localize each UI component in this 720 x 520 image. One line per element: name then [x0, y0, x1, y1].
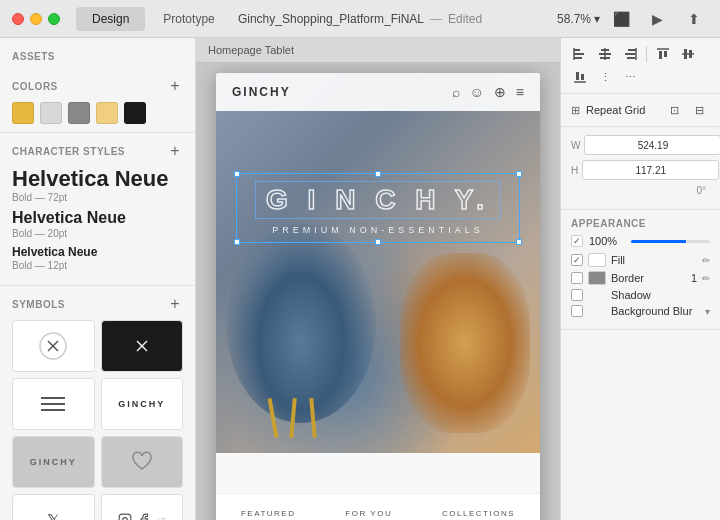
repeat-grid-icon: ⊞ — [571, 104, 580, 117]
add-char-style-button[interactable]: + — [167, 143, 183, 159]
appearance-header: APPEARANCE — [571, 218, 710, 229]
char-style-72pt[interactable]: Helvetica Neue Bold — 72pt — [12, 167, 183, 203]
align-left-button[interactable] — [569, 44, 591, 64]
tab-group: Design Prototype — [76, 7, 231, 31]
add-color-button[interactable]: + — [167, 78, 183, 94]
fill-color-preview[interactable] — [588, 253, 606, 267]
bg-blur-row: Background Blur ▾ — [571, 305, 710, 317]
shadow-label: Shadow — [611, 289, 710, 301]
zoom-level[interactable]: 58.7% ▾ — [557, 12, 600, 26]
symbol-close-circle[interactable] — [12, 320, 95, 372]
assets-header: ASSETS — [0, 38, 195, 68]
char-style-20pt[interactable]: Helvetica Neue Bold — 20pt — [12, 209, 183, 239]
symbol-ginchy-logo[interactable]: GINCHY — [101, 378, 184, 430]
border-checkbox[interactable] — [571, 272, 583, 284]
tablet-nav: GINCHY ⌕ ☺ ⊕ ≡ — [216, 73, 540, 111]
rotate-label: 0° — [696, 185, 706, 196]
symbol-twitter[interactable]: 𝕏 — [12, 494, 95, 520]
color-black[interactable] — [124, 102, 146, 124]
char-styles-title: Character Styles — [12, 146, 125, 157]
border-row: Border 1 ✏ — [571, 271, 710, 285]
menu-nav-icon: ≡ — [516, 84, 524, 100]
bottom-nav-collections[interactable]: COLLECTIONS — [442, 509, 515, 518]
user-nav-icon: ☺ — [470, 84, 484, 100]
align-right-button[interactable] — [619, 44, 641, 64]
assets-label: ASSETS — [12, 51, 55, 62]
desktop-preview-icon[interactable]: ⬛ — [608, 8, 636, 30]
repeat-grid-row: ⊞ Repeat Grid ⊡ ⊟ — [561, 94, 720, 127]
tab-design[interactable]: Design — [76, 7, 145, 31]
bg-blur-label: Background Blur — [611, 305, 700, 317]
canvas-content[interactable]: GINCHY ⌕ ☺ ⊕ ≡ — [196, 63, 560, 520]
alignment-toolbar: ⋮ ⋯ — [561, 38, 720, 94]
tab-prototype[interactable]: Prototype — [147, 7, 230, 31]
symbol-hamburger[interactable] — [12, 378, 95, 430]
symbol-close-dark[interactable] — [101, 320, 184, 372]
width-label: W — [571, 140, 580, 151]
svg-rect-19 — [625, 53, 635, 55]
svg-rect-23 — [664, 51, 667, 57]
width-input[interactable] — [584, 135, 720, 155]
border-color-preview[interactable] — [588, 271, 606, 285]
title-bar: Design Prototype Ginchy_Shopping_Platfor… — [0, 0, 720, 38]
align-center-h-button[interactable] — [594, 44, 616, 64]
shadow-checkbox[interactable] — [571, 289, 583, 301]
rotate-row: 0° — [571, 185, 710, 196]
symbol-social-icons[interactable]: +3 — [101, 494, 184, 520]
fill-row: ✓ Fill ✏ — [571, 253, 710, 267]
edited-label: Edited — [448, 12, 482, 26]
color-light-gray[interactable] — [40, 102, 62, 124]
symbol-ginchy-gray[interactable]: GINCHY — [12, 436, 95, 488]
font-preview-sm: Helvetica Neue — [12, 245, 183, 259]
svg-rect-20 — [627, 57, 635, 59]
color-gold[interactable] — [12, 102, 34, 124]
bg-blur-chevron[interactable]: ▾ — [705, 306, 710, 317]
main-layout: ASSETS Colors + Character Styles + — [0, 38, 720, 520]
tablet-frame: GINCHY ⌕ ☺ ⊕ ≡ — [216, 73, 540, 520]
rg-btn-1[interactable]: ⊡ — [663, 100, 685, 120]
border-label: Border — [611, 272, 686, 284]
height-input[interactable] — [582, 160, 719, 180]
tablet-hero: G I N C H Y. PREMIUM NON-ESSENTIALS — [216, 73, 540, 453]
colors-title: Colors — [12, 81, 58, 92]
border-edit-icon[interactable]: ✏ — [702, 273, 710, 284]
fill-label: Fill — [611, 254, 697, 266]
minimize-button[interactable] — [30, 13, 42, 25]
left-panel: ASSETS Colors + Character Styles + — [0, 38, 196, 520]
width-row: W X ↻ — [571, 135, 710, 155]
bottom-nav-featured[interactable]: FEATURED — [241, 509, 296, 518]
svg-rect-11 — [574, 53, 584, 55]
svg-rect-22 — [659, 51, 662, 59]
share-button[interactable]: ⬆ — [680, 8, 708, 30]
close-button[interactable] — [12, 13, 24, 25]
align-middle-button[interactable] — [677, 44, 699, 64]
title-actions: 58.7% ▾ ⬛ ▶ ⬆ — [557, 8, 708, 30]
align-top-button[interactable] — [652, 44, 674, 64]
rg-btn-2[interactable]: ⊟ — [688, 100, 710, 120]
bottom-nav-for-you[interactable]: FOR YOU — [345, 509, 392, 518]
hero-bg — [216, 73, 540, 453]
title-separator: — — [430, 12, 442, 26]
opacity-slider[interactable] — [631, 240, 710, 243]
cart-nav-icon: ⊕ — [494, 84, 506, 100]
bg-blur-checkbox[interactable] — [571, 305, 583, 317]
add-symbol-button[interactable]: + — [167, 296, 183, 312]
char-styles-section: Character Styles + Helvetica Neue Bold —… — [0, 133, 195, 286]
fill-edit-icon[interactable]: ✏ — [702, 255, 710, 266]
color-light-gold[interactable] — [96, 102, 118, 124]
opacity-value: 100% — [589, 235, 625, 247]
distribute-h-button[interactable]: ⋮ — [594, 67, 616, 87]
fill-checkbox[interactable]: ✓ — [571, 254, 583, 266]
color-medium-gray[interactable] — [68, 102, 90, 124]
symbol-heart-button[interactable] — [101, 436, 184, 488]
align-bottom-button[interactable] — [569, 67, 591, 87]
opacity-checkbox[interactable]: ✓ — [571, 235, 583, 247]
opacity-row: ✓ 100% — [571, 235, 710, 247]
char-styles-header: Character Styles + — [12, 143, 183, 159]
distribute-v-button[interactable]: ⋯ — [619, 67, 641, 87]
height-row: H Y 🔒 — [571, 160, 710, 180]
maximize-button[interactable] — [48, 13, 60, 25]
char-style-12pt[interactable]: Helvetica Neue Bold — 12pt — [12, 245, 183, 271]
play-button[interactable]: ▶ — [644, 8, 672, 30]
colors-section: Colors + — [0, 68, 195, 133]
